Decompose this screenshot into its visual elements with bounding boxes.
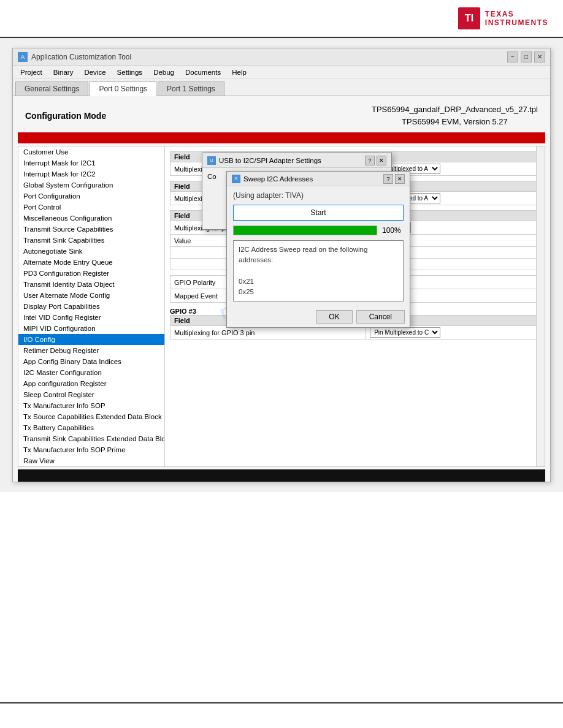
app-icon: A (18, 52, 28, 62)
sidebar-item-raw-view[interactable]: Raw View (18, 455, 164, 466)
dialog-sweep-close[interactable]: ✕ (395, 174, 405, 184)
tab-port0-settings[interactable]: Port 0 Settings (90, 82, 156, 96)
ti-logo-icon: TI (458, 7, 480, 29)
title-bar-controls: − □ ✕ (507, 51, 545, 63)
sidebar-item-alt-mode-entry[interactable]: Alternate Mode Entry Queue (18, 257, 164, 268)
sidebar-item-app-config-binary[interactable]: App Config Binary Data Indices (18, 356, 164, 367)
gpio1-value-header: Value (366, 152, 540, 162)
dialog-usb-title-bar: U USB to I2C/SPI Adapter Settings ? ✕ (202, 153, 391, 168)
menu-device[interactable]: Device (79, 67, 110, 77)
sweep-log-title: I2C Address Sweep read on the following … (239, 245, 398, 266)
config-header: Configuration Mode TPS65994_gandalf_DRP_… (13, 96, 550, 132)
sidebar-item-retimer-debug[interactable]: Retimer Debug Register (18, 345, 164, 356)
svg-text:TI: TI (465, 12, 473, 23)
menu-project[interactable]: Project (15, 67, 47, 77)
sidebar-item-port-control[interactable]: Port Control (18, 202, 164, 213)
sidebar-item-i2c-master[interactable]: I2C Master Configuration (18, 367, 164, 378)
dialog-usb-partial-text: Co (207, 173, 216, 180)
dialog-sweep-title-bar: S Sweep I2C Addresses ? ✕ (227, 172, 410, 186)
tab-port1-settings[interactable]: Port 1 Settings (158, 82, 224, 96)
sidebar-item-interrupt-mask-i2c1[interactable]: Interrupt Mask for I2C1 (18, 157, 164, 169)
sidebar-item-autonegotiate[interactable]: Autonegotiate Sink (18, 246, 164, 257)
sidebar-item-interrupt-mask-i2c2[interactable]: Interrupt Mask for I2C2 (18, 169, 164, 180)
minimize-button[interactable]: − (507, 51, 518, 63)
sidebar-item-customer-use[interactable]: Customer Use (18, 146, 164, 157)
ti-logo-text: TEXAS INSTRUMENTS (485, 10, 548, 27)
sidebar-item-dp-cap[interactable]: Display Port Capabilities (18, 301, 164, 312)
app-title: Application Customization Tool (31, 53, 131, 61)
title-bar-left: A Application Customization Tool (18, 52, 131, 62)
maximize-button[interactable]: □ (521, 51, 532, 63)
menu-bar: Project Binary Device Settings Debug Doc… (13, 66, 550, 79)
dialog-sweep-title-text: Sweep I2C Addresses (243, 175, 313, 183)
red-bar (18, 132, 545, 143)
sidebar-item-tx-identity[interactable]: Transmit Identity Data Object (18, 279, 164, 290)
scrollbar-right[interactable] (536, 146, 545, 466)
title-bar: A Application Customization Tool − □ ✕ (13, 48, 550, 66)
start-button[interactable]: Start (233, 205, 404, 221)
app-window: A Application Customization Tool − □ ✕ P… (12, 48, 551, 482)
sidebar-item-tx-battery[interactable]: Tx Battery Capabilities (18, 422, 164, 433)
dialog-sweep: S Sweep I2C Addresses ? ✕ (Using adapter… (226, 171, 410, 328)
sidebar-item-sleep-control[interactable]: Sleep Control Register (18, 389, 164, 400)
sweep-footer: OK Cancel (227, 306, 410, 327)
ti-header: TI TEXAS INSTRUMENTS (0, 0, 563, 38)
dialog-sweep-help[interactable]: ? (383, 174, 393, 184)
dialog-sweep-icon: S (232, 175, 240, 183)
sidebar-item-misc-config[interactable]: Miscellaneous Configuration (18, 213, 164, 224)
sidebar: Customer Use Interrupt Mask for I2C1 Int… (18, 146, 165, 467)
dialog-usb-title-text: USB to I2C/SPI Adapter Settings (219, 157, 321, 164)
sweep-log-addr-2: 0x25 (239, 287, 398, 297)
sidebar-item-intel-vid[interactable]: Intel VID Config Register (18, 312, 164, 323)
dialog-usb-help[interactable]: ? (365, 156, 375, 165)
sidebar-item-pd3-config[interactable]: PD3 Configuration Register (18, 268, 164, 279)
ti-logo: TI TEXAS INSTRUMENTS (458, 7, 548, 29)
main-panel: manualsarchive.com FieldValue Multiplexi… (165, 146, 545, 467)
tab-general-settings[interactable]: General Settings (15, 82, 88, 96)
sidebar-item-user-alt-mode[interactable]: User Alternate Mode Config (18, 290, 164, 301)
ok-button[interactable]: OK (316, 310, 352, 324)
close-button[interactable]: ✕ (534, 51, 545, 63)
sidebar-item-mipi-vid[interactable]: MIPI VID Configuration (18, 323, 164, 334)
menu-documents[interactable]: Documents (180, 67, 226, 77)
sidebar-item-app-config-reg[interactable]: App configuration Register (18, 378, 164, 389)
sidebar-item-port-config[interactable]: Port Configuration (18, 191, 164, 202)
footer-line (0, 702, 563, 703)
sidebar-item-tx-source-cap[interactable]: Transmit Source Capabilities (18, 224, 164, 235)
dialog-usb-icon: U (207, 156, 216, 165)
progress-bar-inner (234, 226, 377, 235)
tab-bar: General Settings Port 0 Settings Port 1 … (13, 79, 550, 96)
dialog-usb-close[interactable]: ✕ (377, 156, 386, 165)
sweep-log-addr-1: 0x21 (239, 276, 398, 287)
sidebar-item-global-system[interactable]: Global System Configuration (18, 180, 164, 191)
sidebar-item-tx-sink-cap[interactable]: Transmit Sink Capabilities (18, 235, 164, 246)
sweep-content: (Using adapter: TIVA) Start 100% I2C Add… (227, 186, 410, 306)
menu-help[interactable]: Help (227, 67, 251, 77)
menu-debug[interactable]: Debug (148, 67, 179, 77)
sidebar-item-tx-source-ext[interactable]: Tx Source Capabilities Extended Data Blo… (18, 411, 164, 422)
gpio3-mux-select[interactable]: Pin Multiplexed to C (370, 327, 440, 338)
sweep-log: I2C Address Sweep read on the following … (233, 240, 404, 301)
menu-settings[interactable]: Settings (112, 67, 148, 77)
sidebar-item-tx-sink-ext[interactable]: Transmit Sink Capabilities Extended Data… (18, 433, 164, 444)
progress-percent: 100% (382, 226, 404, 235)
sidebar-item-tx-mfr-sop[interactable]: Tx Manufacturer Info SOP (18, 400, 164, 411)
progress-container: 100% (233, 226, 404, 235)
main-content: A Application Customization Tool − □ ✕ P… (0, 38, 563, 492)
menu-binary[interactable]: Binary (48, 67, 79, 77)
bottom-status-bar (18, 469, 545, 482)
config-file-info: TPS65994_gandalf_DRP_Advanced_v5_27.tpl … (372, 104, 538, 127)
adapter-info: (Using adapter: TIVA) (233, 191, 404, 200)
inner-layout: Customer Use Interrupt Mask for I2C1 Int… (13, 143, 550, 469)
sidebar-item-io-config[interactable]: I/O Config (18, 334, 164, 345)
config-mode-title: Configuration Mode (25, 111, 106, 121)
sidebar-item-tx-mfr-sop-prime[interactable]: Tx Manufacturer Info SOP Prime (18, 444, 164, 455)
cancel-button[interactable]: Cancel (356, 310, 405, 324)
progress-bar-outer (233, 226, 377, 235)
